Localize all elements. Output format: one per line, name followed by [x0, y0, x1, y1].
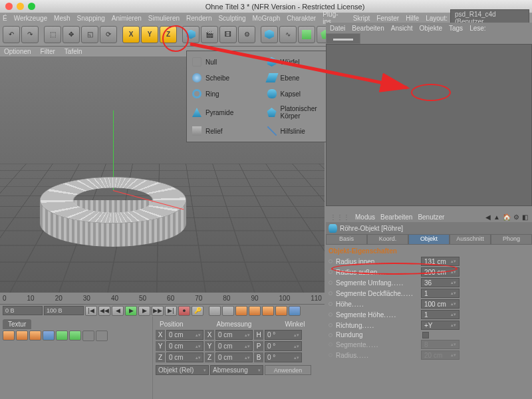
timeline-ruler[interactable]: 0 10 20 30 40 50 60 70 80 90 100 110 — [0, 293, 325, 305]
keyframe-sel-icon[interactable] — [69, 331, 81, 340]
end-frame-input[interactable] — [44, 306, 84, 315]
om-menu-bookmarks[interactable]: Lese: — [469, 25, 485, 32]
submenu-panels[interactable]: Tafeln — [65, 48, 82, 55]
spline-menu-button[interactable]: ∿ — [279, 26, 297, 43]
redo-button[interactable]: ↷ — [21, 26, 39, 43]
keyframe-opt-icon[interactable] — [96, 331, 108, 341]
keyframe-pos-icon[interactable] — [3, 331, 15, 340]
nav-home-icon[interactable]: 🏠 — [503, 213, 511, 221]
prop-value-field[interactable]: +Y▴▾ — [421, 321, 460, 330]
rotate-tool[interactable]: ⟳ — [100, 26, 117, 43]
scale-tool[interactable]: ◱ — [81, 26, 98, 43]
keyframe-param-icon[interactable] — [43, 331, 55, 340]
obj-pyramid[interactable]: Pyramide — [190, 102, 265, 123]
texture-tab[interactable]: Textur — [3, 319, 31, 329]
menu-script[interactable]: Skript — [353, 15, 370, 22]
tab-slice[interactable]: Ausschnitt — [450, 234, 491, 245]
picture-viewer-button[interactable]: ⚙ — [238, 26, 255, 43]
keyframe-scale-icon[interactable] — [16, 331, 28, 340]
tab-basis[interactable]: Basis — [326, 234, 367, 245]
axis-x-button[interactable]: X — [122, 26, 140, 43]
axis-y-button[interactable]: Y — [141, 26, 158, 43]
obj-relief[interactable]: Relief — [190, 123, 265, 139]
goto-next-key-button[interactable]: ▶▶ — [152, 306, 164, 316]
play-forward-button[interactable]: ▶ — [138, 306, 150, 316]
om-menu-tags[interactable]: Tags — [449, 25, 463, 32]
angle-field[interactable]: 0 °▴▾ — [265, 330, 302, 340]
rounding-checkbox[interactable] — [422, 332, 429, 338]
menu-simulate[interactable]: Simulieren — [148, 15, 180, 22]
menu-render[interactable]: Rendern — [186, 15, 211, 22]
play-button[interactable]: ▶ — [125, 306, 137, 316]
position-field[interactable]: 0 cm▴▾ — [166, 352, 203, 362]
obj-ring[interactable]: Ring — [190, 86, 265, 102]
goto-end-button[interactable]: ▶| — [165, 306, 177, 316]
undo-button[interactable]: ↶ — [3, 26, 20, 43]
generator-menu-button[interactable] — [298, 26, 315, 43]
current-frame-input[interactable] — [3, 306, 43, 315]
render-view-button[interactable]: 🎬 — [201, 26, 218, 43]
menu-help[interactable]: Hilfe — [406, 15, 419, 22]
menu-sculpting[interactable]: Sculpting — [218, 15, 245, 22]
menu-mograph[interactable]: MoGraph — [253, 15, 281, 22]
menu-apple[interactable]: É — [3, 15, 7, 22]
render-settings-button[interactable]: 🎞 — [219, 26, 237, 43]
move-tool[interactable]: ✥ — [63, 26, 80, 43]
angle-field[interactable]: 0 °▴▾ — [265, 352, 302, 362]
scale-key-icon[interactable] — [249, 306, 261, 316]
om-menu-file[interactable]: Datei — [330, 25, 345, 32]
tab-coord[interactable]: Koord. — [367, 234, 408, 245]
submenu-filter[interactable]: Filter — [41, 48, 55, 55]
select-tool[interactable]: ⬚ — [44, 26, 61, 43]
keyframe-rot-icon[interactable] — [29, 331, 41, 340]
close-icon[interactable] — [5, 3, 13, 10]
key-options-icon[interactable] — [209, 306, 221, 316]
coord-mode-select[interactable]: Objekt (Rel)▾ — [156, 365, 209, 375]
tab-phong[interactable]: Phong — [491, 234, 532, 245]
keyframe-pla-icon[interactable] — [56, 331, 68, 340]
menu-window[interactable]: Fenster — [376, 15, 399, 22]
goto-start-button[interactable]: |◀ — [85, 306, 97, 316]
menu-mesh[interactable]: Mesh — [54, 15, 70, 22]
om-menu-edit[interactable]: Bearbeiten — [352, 25, 384, 32]
goto-prev-key-button[interactable]: ◀◀ — [98, 306, 110, 316]
attr-menu-edit[interactable]: Bearbeiten — [380, 213, 412, 221]
point-key-icon[interactable] — [289, 306, 301, 316]
apply-button[interactable]: Anwenden — [265, 365, 311, 375]
maximize-icon[interactable] — [28, 3, 35, 10]
attr-menu-user[interactable]: Benutzer — [418, 213, 444, 221]
prop-value-field[interactable]: 1▴▾ — [421, 289, 460, 298]
pos-key-icon[interactable] — [235, 306, 247, 316]
dimension-field[interactable]: 0 cm▴▾ — [215, 341, 253, 351]
obj-null[interactable]: Null — [190, 54, 265, 70]
menu-tools[interactable]: Werkzeuge — [14, 15, 47, 22]
nav-up-icon[interactable]: ▲ — [493, 213, 500, 221]
minimize-icon[interactable] — [17, 3, 24, 10]
prop-value-field[interactable]: 1▴▾ — [421, 310, 460, 319]
prop-value-field[interactable]: 36▴▾ — [421, 278, 460, 287]
menu-snapping[interactable]: Snapping — [77, 15, 105, 22]
nav-back-icon[interactable]: ◀ — [485, 213, 491, 221]
menu-animate[interactable]: Animieren — [112, 15, 142, 22]
nav-lock-icon[interactable]: ⚙ — [513, 213, 519, 221]
menu-character[interactable]: Charakter — [287, 15, 316, 22]
nav-newwin-icon[interactable]: ◧ — [522, 213, 528, 221]
autokey-button[interactable]: 🔑 — [192, 306, 203, 316]
position-field[interactable]: 0 cm▴▾ — [166, 341, 203, 351]
position-field[interactable]: 0 cm▴▾ — [166, 330, 203, 340]
attr-menu-mode[interactable]: Modus — [355, 213, 375, 221]
prop-value-field[interactable]: 100 cm▴▾ — [421, 299, 460, 309]
angle-field[interactable]: 0 °▴▾ — [265, 341, 302, 351]
tab-object[interactable]: Objekt — [408, 234, 450, 245]
rot-key-icon[interactable] — [262, 306, 274, 316]
dimension-mode-select[interactable]: Abmessung▾ — [210, 365, 263, 375]
dimension-field[interactable]: 0 cm▴▾ — [215, 330, 253, 340]
om-menu-objects[interactable]: Objekte — [420, 25, 442, 32]
key-options-icon[interactable] — [222, 306, 234, 316]
record-button[interactable]: ● — [178, 306, 190, 316]
play-back-button[interactable]: ◀ — [112, 306, 124, 316]
obj-disc[interactable]: Scheibe — [190, 70, 265, 86]
om-tab[interactable]: ▬▬▬ — [326, 33, 360, 44]
object-tree[interactable] — [326, 44, 532, 206]
keyframe-opt-icon[interactable] — [82, 331, 94, 341]
